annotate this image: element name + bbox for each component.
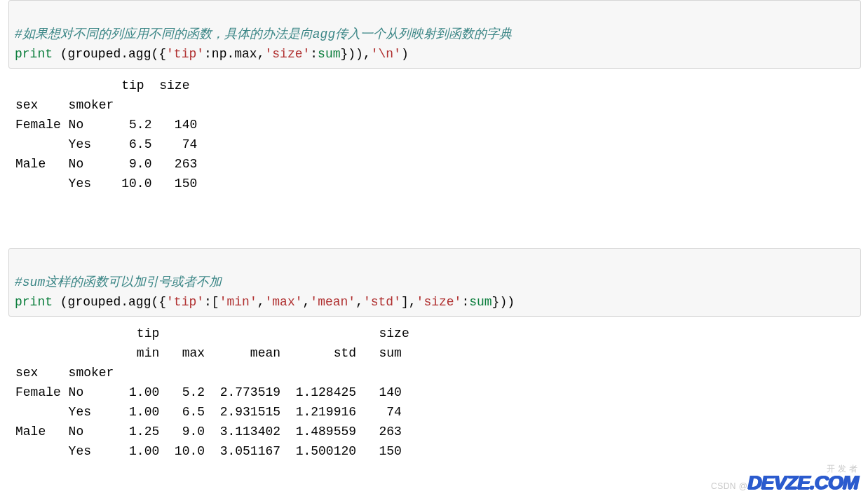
code-cell-2: #sum这样的函数可以加引号或者不加 print (grouped.agg({'… [0, 248, 868, 461]
code-frag: })) [492, 295, 515, 309]
str-mean: 'mean' [310, 295, 355, 309]
code-frag: (grouped.agg({ [53, 47, 166, 61]
kw-sum-2: sum [469, 295, 491, 309]
str-std: 'std' [363, 295, 401, 309]
kw-print-1: print [15, 47, 53, 61]
comment-2: #sum这样的函数可以加引号或者不加 [15, 275, 222, 289]
code-frag: :np.max, [204, 47, 264, 61]
output-table-2: tip size min max mean std sum sex smoker… [0, 317, 868, 461]
code-frag: :[ [204, 295, 219, 309]
comment-1: #如果想对不同的列应用不同的函数，具体的办法是向agg传入一个从列映射到函数的字… [15, 27, 512, 41]
output-table-1: tip size sex smoker Female No 5.2 140 Ye… [0, 69, 868, 193]
code-cell-1: #如果想对不同的列应用不同的函数，具体的办法是向agg传入一个从列映射到函数的字… [0, 0, 868, 193]
code-input-1: #如果想对不同的列应用不同的函数，具体的办法是向agg传入一个从列映射到函数的字… [8, 0, 861, 69]
str-size-1: 'size' [264, 47, 310, 61]
code-frag: ], [401, 295, 416, 309]
code-frag: , [355, 295, 363, 309]
code-frag: , [303, 295, 311, 309]
watermark-cn: 开 发 者 [711, 464, 858, 474]
str-min: 'min' [219, 295, 257, 309]
spacer [0, 206, 868, 248]
kw-print-2: print [15, 295, 53, 309]
code-frag: , [257, 295, 265, 309]
str-size-2: 'size' [416, 295, 462, 309]
code-frag: (grouped.agg({ [53, 295, 166, 309]
code-frag: : [310, 47, 318, 61]
str-nl: '\n' [371, 47, 401, 61]
code-frag: ) [401, 47, 409, 61]
code-frag: : [461, 295, 469, 309]
str-tip-1: 'tip' [166, 47, 204, 61]
watermark-logo: DEVZE.COM [748, 471, 858, 493]
str-max: 'max' [265, 295, 303, 309]
code-frag: })), [341, 47, 371, 61]
str-tip-2: 'tip' [166, 295, 204, 309]
watermark: 开 发 者 CSDN @DEVZE.COM [711, 464, 858, 492]
watermark-csdn: CSDN @ [711, 481, 748, 491]
kw-sum-1: sum [318, 47, 340, 61]
code-input-2: #sum这样的函数可以加引号或者不加 print (grouped.agg({'… [8, 248, 861, 317]
